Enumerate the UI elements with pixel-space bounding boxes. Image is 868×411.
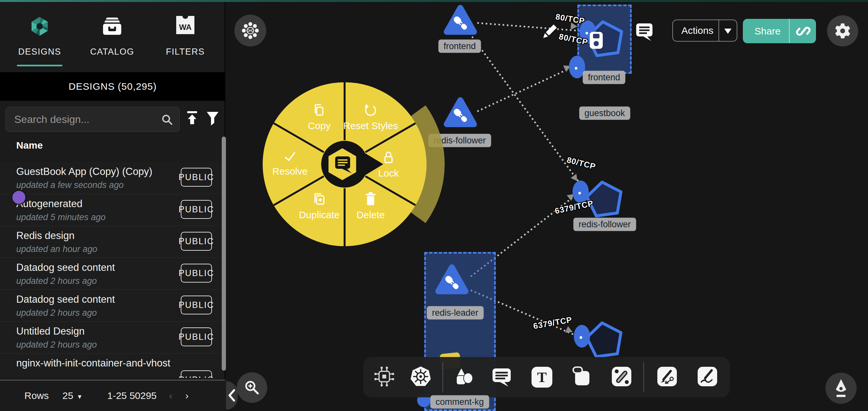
kubernetes-icon[interactable] [410, 366, 432, 388]
note-tool-icon[interactable] [571, 366, 593, 388]
designs-pinwheel-icon [29, 16, 51, 38]
design-list: GuestBook App (Copy) (Copy) updated a fe… [0, 162, 221, 378]
collaborator-avatar [11, 190, 26, 205]
save-floppy-icon [589, 31, 603, 51]
actions-divider [718, 20, 719, 41]
label-comment-kg[interactable]: comment-kg [430, 395, 489, 409]
edge-frontend-redisfollower[interactable] [471, 36, 582, 186]
radial-item-reset-styles[interactable]: Reset Styles [338, 104, 403, 131]
mesh-flower-icon [242, 22, 259, 39]
radial-item-lock[interactable]: Lock [356, 150, 421, 179]
settings-button[interactable] [827, 15, 858, 47]
visibility-badge: PUBLIC [181, 200, 212, 219]
visibility-badge: PUBLIC [181, 296, 212, 315]
label-guestbook-group[interactable]: guestbook [579, 107, 630, 120]
rows-label: Rows [24, 390, 49, 401]
visibility-badge: PUBLIC [181, 264, 212, 283]
toolbar-divider [442, 362, 443, 392]
comment-bubble-icon[interactable] [636, 22, 654, 43]
shapes-tool-icon[interactable] [453, 366, 475, 388]
pen-arrow-tool-icon[interactable] [656, 366, 678, 388]
design-row[interactable]: Redis design updated an hour ago PUBLIC [0, 226, 221, 258]
column-header-name: Name [16, 140, 43, 151]
sidebar: DESIGNS CATALOG [0, 0, 225, 411]
sidebar-tabs: DESIGNS CATALOG [0, 2, 225, 72]
design-row[interactable]: GuestBook App (Copy) (Copy) updated a fe… [0, 162, 221, 194]
window-top-accent [0, 0, 868, 2]
share-label: Share [754, 26, 780, 37]
actions-dropdown-caret-icon[interactable] [724, 29, 732, 34]
radial-item-delete[interactable]: Delete [338, 192, 403, 221]
search-icon[interactable] [161, 113, 174, 127]
design-row[interactable]: Untitled Design updated 2 hours ago PUBL… [0, 321, 221, 353]
visibility-badge: PUBLIC [181, 168, 212, 187]
actions-button[interactable]: Actions [672, 20, 737, 41]
design-row[interactable]: nginx-with-init-container-and-vhost PUBL… [0, 353, 221, 378]
visibility-badge: PUBLIC [181, 327, 212, 346]
chip-components-icon[interactable] [374, 366, 395, 388]
catalog-archive-icon [100, 16, 124, 38]
rows-per-page-select[interactable]: 25▾ [62, 390, 81, 401]
next-page-icon[interactable]: › [185, 391, 189, 401]
pen-tool-button[interactable] [826, 373, 857, 404]
pagination-range: 1-25 50295 [107, 390, 157, 401]
pagination-footer: Rows 25▾ 1-25 50295 ‹ › [0, 380, 225, 411]
toolbar-divider [643, 362, 644, 392]
edit-pencil-icon[interactable] [540, 23, 558, 43]
label-frontend-service[interactable]: frontend [583, 71, 625, 84]
active-tab-underline [17, 65, 62, 66]
search-row [0, 104, 225, 136]
filter-funnel-icon[interactable] [206, 110, 220, 129]
share-divider [789, 19, 789, 43]
label-frontend-deployment[interactable]: frontend [438, 40, 481, 53]
tab-filters-label: FILTERS [166, 47, 205, 57]
copy-link-icon[interactable] [796, 23, 811, 40]
rows-per-page-caret-icon: ▾ [78, 392, 81, 401]
pencil-draw-tool-icon[interactable] [697, 366, 718, 388]
share-button[interactable]: Share [743, 19, 816, 43]
comment-tool-icon[interactable] [491, 366, 513, 388]
label-redis-leader[interactable]: redis-leader [427, 306, 484, 320]
edge-frontend-guestbook[interactable] [477, 22, 580, 32]
label-redis-follower-service[interactable]: redis-follower [574, 218, 636, 231]
design-row[interactable]: Datadog seed content updated 2 hours ago… [0, 289, 221, 321]
port-circle[interactable] [573, 324, 591, 350]
visibility-badge: PUBLIC [181, 232, 212, 251]
tab-filters[interactable]: WA FILTERS [153, 2, 218, 72]
radial-item-resolve[interactable]: Resolve [257, 150, 322, 177]
search-box [5, 107, 180, 132]
wasm-icon-text: WA [179, 23, 192, 32]
pen-nib-icon [833, 379, 849, 398]
designs-panel-title: DESIGNS (50,295) [0, 72, 225, 101]
zoom-in-icon [243, 379, 261, 397]
tab-catalog-label: CATALOG [90, 47, 134, 57]
upload-design-icon[interactable] [186, 110, 198, 129]
tab-designs-label: DESIGNS [18, 47, 61, 57]
search-input[interactable] [14, 107, 157, 131]
text-tool-icon[interactable]: T [531, 367, 552, 388]
node-frontend-deployment[interactable] [441, 3, 480, 40]
wasm-filters-icon: WA [175, 15, 195, 36]
app-window: DESIGNS CATALOG [0, 0, 868, 411]
tab-catalog[interactable]: CATALOG [80, 2, 145, 72]
chain-link-tool-icon[interactable] [611, 366, 632, 388]
zoom-in-button[interactable] [237, 372, 267, 403]
design-row[interactable]: Datadog seed content updated 2 hours ago… [0, 258, 221, 289]
mesh-sync-button[interactable] [235, 14, 266, 47]
gear-icon [834, 22, 851, 40]
visibility-badge: PUBLIC [181, 370, 212, 378]
tab-designs[interactable]: DESIGNS [7, 2, 72, 72]
sidebar-collapse-handle[interactable] [226, 381, 238, 410]
actions-label: Actions [673, 25, 713, 36]
prev-page-icon[interactable]: ‹ [169, 391, 172, 401]
sidebar-scrollbar[interactable] [222, 137, 226, 371]
design-row[interactable]: Autogenerated updated 5 minutes ago PUBL… [0, 194, 221, 226]
canvas-toolbar: T [363, 357, 730, 397]
